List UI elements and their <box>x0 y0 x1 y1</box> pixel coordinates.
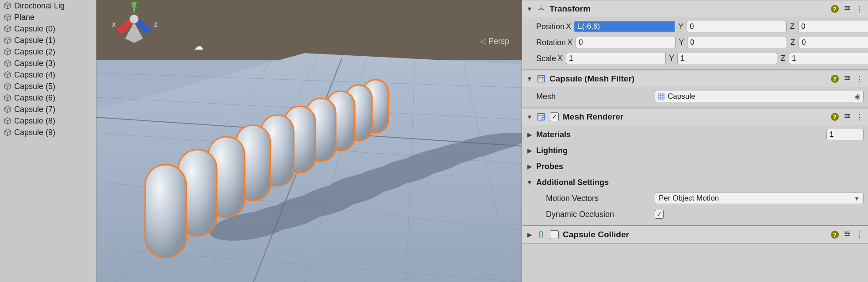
svg-point-42 <box>845 75 847 77</box>
chevron-down-icon: ▼ <box>526 179 533 186</box>
rotation-x-input[interactable] <box>576 37 676 48</box>
preset-icon[interactable] <box>843 230 851 240</box>
cube-icon <box>4 82 12 90</box>
cube-icon <box>4 13 12 21</box>
cube-icon <box>4 105 12 113</box>
context-menu-icon[interactable]: ⋮ <box>856 74 864 84</box>
motion-vectors-row: Motion Vectors Per Object Motion ▼ <box>536 192 864 205</box>
foldout-toggle[interactable]: ▼ <box>526 5 533 12</box>
svg-point-40 <box>846 9 847 10</box>
transform-header[interactable]: ▼ Transform ? ⋮ <box>522 0 868 17</box>
mesh-icon <box>658 93 665 100</box>
position-z-input[interactable] <box>798 21 868 32</box>
mesh-object-field[interactable]: Capsule ◉ <box>655 91 864 102</box>
cube-icon <box>4 59 12 67</box>
camera-mode-label[interactable]: Persp <box>480 36 509 46</box>
materials-count-input[interactable] <box>826 129 864 140</box>
rotation-row: Rotation X Y Z <box>526 36 864 49</box>
help-icon[interactable]: ? <box>831 231 839 239</box>
mesh-row: Mesh Capsule ◉ <box>526 90 864 103</box>
help-icon[interactable]: ? <box>831 113 839 121</box>
probes-foldout[interactable]: ▶ Probes <box>526 160 864 173</box>
svg-point-51 <box>846 117 847 118</box>
context-menu-icon[interactable]: ⋮ <box>856 4 864 14</box>
hierarchy-panel: Directional Lig Plane Capsule (0) Capsul… <box>0 0 96 282</box>
foldout-toggle[interactable]: ▶ <box>526 231 533 238</box>
position-y-input[interactable] <box>687 21 787 32</box>
mesh-filter-icon <box>536 74 546 83</box>
hierarchy-item[interactable]: Directional Lig <box>0 0 96 12</box>
hierarchy-item-label: Capsule (0) <box>14 24 55 34</box>
hierarchy-item[interactable]: Capsule (4) <box>0 69 96 81</box>
help-icon[interactable]: ? <box>831 75 839 83</box>
chevron-down-icon: ▼ <box>854 195 860 202</box>
hierarchy-item[interactable]: Capsule (6) <box>0 92 96 104</box>
hierarchy-item[interactable]: Capsule (2) <box>0 46 96 58</box>
gizmo-z-label: z <box>154 20 158 28</box>
hierarchy-item-label: Capsule (9) <box>14 128 55 137</box>
hierarchy-item[interactable]: Capsule (5) <box>0 81 96 92</box>
svg-point-44 <box>846 79 847 80</box>
chevron-right-icon: ▶ <box>526 163 533 170</box>
cube-icon <box>4 94 12 102</box>
capsule-collider-header[interactable]: ▶ Capsule Collider ? ⋮ <box>522 226 868 243</box>
hierarchy-item-label: Capsule (7) <box>14 105 55 114</box>
component-title: Capsule Collider <box>563 230 827 240</box>
scale-z-input[interactable] <box>789 53 868 64</box>
hierarchy-item[interactable]: Capsule (0) <box>0 23 96 35</box>
rotation-z-input[interactable] <box>799 37 868 48</box>
svg-point-48 <box>542 118 544 120</box>
scale-y-input[interactable] <box>677 53 777 64</box>
transform-icon <box>536 4 546 13</box>
help-icon[interactable]: ? <box>831 5 839 13</box>
hierarchy-item[interactable]: Plane <box>0 12 96 23</box>
svg-point-53 <box>845 231 847 232</box>
svg-point-49 <box>845 113 847 115</box>
position-row: Position X Y Z <box>526 20 864 33</box>
cube-icon <box>4 36 12 44</box>
hierarchy-item[interactable]: Capsule (8) <box>0 115 96 127</box>
hierarchy-item-label: Capsule (4) <box>14 70 55 80</box>
preset-icon[interactable] <box>843 112 851 122</box>
mesh-renderer-header[interactable]: ▼ ✓ Mesh Renderer ? ⋮ <box>522 108 868 125</box>
scene-view[interactable]: x z Persp ☁ <box>96 0 522 282</box>
object-picker-icon[interactable]: ◉ <box>855 93 860 100</box>
svg-point-37 <box>130 15 138 23</box>
motion-vectors-value: Per Object Motion <box>659 194 719 203</box>
inspector-panel: ▼ Transform ? ⋮ Position X Y <box>522 0 868 282</box>
hierarchy-item-label: Capsule (8) <box>14 116 55 126</box>
orientation-gizmo[interactable]: x z <box>96 0 172 49</box>
chevron-right-icon: ▶ <box>526 147 533 154</box>
svg-rect-52 <box>540 232 543 238</box>
dynamic-occlusion-checkbox[interactable]: ✓ <box>655 210 664 219</box>
cube-icon <box>4 2 12 10</box>
additional-settings-foldout[interactable]: ▼ Additional Settings <box>526 176 864 189</box>
component-title: Capsule (Mesh Filter) <box>549 74 827 84</box>
motion-vectors-label: Motion Vectors <box>536 194 655 203</box>
foldout-toggle[interactable]: ▼ <box>526 75 533 82</box>
capsule-collider-enabled-checkbox[interactable] <box>550 230 559 239</box>
position-x-input[interactable] <box>574 21 675 32</box>
foldout-toggle[interactable]: ▼ <box>526 113 533 120</box>
hierarchy-item[interactable]: Capsule (3) <box>0 58 96 69</box>
context-menu-icon[interactable]: ⋮ <box>856 230 864 240</box>
scale-label: Scale <box>526 54 556 63</box>
rotation-y-input[interactable] <box>687 37 787 48</box>
mesh-filter-header[interactable]: ▼ Capsule (Mesh Filter) ? ⋮ <box>522 70 868 87</box>
position-label: Position <box>526 22 565 31</box>
hierarchy-item[interactable]: Capsule (7) <box>0 104 96 115</box>
hierarchy-item[interactable]: Capsule (9) <box>0 127 96 138</box>
context-menu-icon[interactable]: ⋮ <box>856 112 864 122</box>
mesh-label: Mesh <box>526 92 655 101</box>
mesh-renderer-enabled-checkbox[interactable]: ✓ <box>550 112 559 121</box>
materials-foldout[interactable]: ▶ Materials <box>526 128 864 141</box>
lighting-label: Lighting <box>536 146 568 155</box>
lighting-foldout[interactable]: ▶ Lighting <box>526 144 864 157</box>
hierarchy-item[interactable]: Capsule (1) <box>0 35 96 46</box>
svg-point-38 <box>845 5 847 7</box>
preset-icon[interactable] <box>843 4 851 14</box>
preset-icon[interactable] <box>843 74 851 84</box>
motion-vectors-dropdown[interactable]: Per Object Motion ▼ <box>655 193 864 204</box>
scale-x-input[interactable] <box>566 53 666 64</box>
cube-icon <box>4 71 12 79</box>
